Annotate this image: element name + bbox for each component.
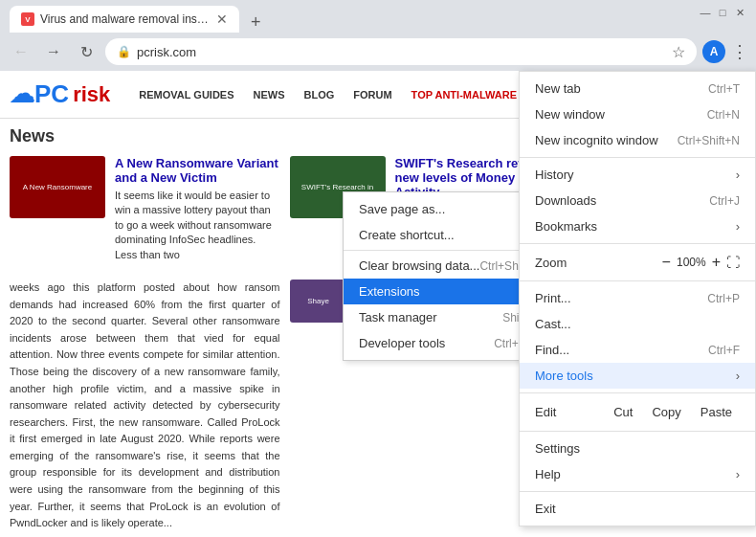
maximize-button[interactable]: □ (716, 6, 729, 19)
bookmark-icon[interactable]: ☆ (672, 43, 685, 61)
separator-5 (520, 431, 755, 432)
separator-2 (520, 243, 755, 244)
cast-item[interactable]: Cast... (520, 311, 755, 337)
paste-button[interactable]: Paste (693, 403, 740, 421)
more-tools-item[interactable]: More tools› (520, 363, 755, 389)
article-1-image: A New Ransomware (10, 156, 105, 218)
window-controls: — □ ✕ (699, 6, 746, 19)
nav-top-anti-malware[interactable]: TOP ANTI-MALWARE (402, 85, 526, 104)
chrome-context-menu: New tabCtrl+T New windowCtrl+N New incog… (519, 71, 756, 526)
bookmarks-item[interactable]: Bookmarks› (520, 213, 755, 239)
back-button[interactable]: ← (8, 38, 34, 65)
zoom-plus[interactable]: + (712, 254, 721, 271)
separator-3 (520, 280, 755, 281)
copy-button[interactable]: Copy (644, 403, 688, 421)
print-item[interactable]: Print...Ctrl+P (520, 285, 755, 311)
separator-1 (520, 157, 755, 158)
profile-icon[interactable]: A (702, 40, 725, 63)
zoom-item[interactable]: Zoom − 100% + ⛶ (520, 248, 755, 277)
url-text: pcrisk.com (137, 45, 666, 59)
reload-button[interactable]: ↻ (73, 38, 100, 65)
news-article-1: A New Ransomware A New Ransomware Varian… (10, 156, 280, 262)
active-tab[interactable]: V Virus and malware removal instr... ✕ (10, 6, 239, 33)
zoom-fullscreen[interactable]: ⛶ (726, 255, 740, 270)
close-button[interactable]: ✕ (733, 6, 746, 19)
tab-title: Virus and malware removal instr... (40, 12, 211, 26)
address-input[interactable]: 🔒 pcrisk.com ☆ (105, 38, 697, 65)
lock-icon: 🔒 (117, 45, 131, 58)
site-logo[interactable]: ☁PC risk (10, 79, 110, 109)
new-tab-button[interactable]: + (245, 12, 267, 33)
news-section-title: News (10, 126, 560, 146)
settings-item[interactable]: Settings (520, 436, 755, 461)
article-1-excerpt: It seems like it would be easier to win … (115, 189, 280, 262)
tab-favicon: V (21, 12, 34, 26)
edit-row-item: Edit Cut Copy Paste (520, 397, 755, 427)
nav-blog[interactable]: BLOG (295, 85, 345, 104)
chrome-context-menus: New tabCtrl+T New windowCtrl+N New incog… (519, 71, 756, 526)
new-window-item[interactable]: New windowCtrl+N (520, 101, 755, 127)
cut-button[interactable]: Cut (606, 403, 640, 421)
article-1-title[interactable]: A New Ransomware Variant and a New Victi… (115, 156, 280, 185)
separator-6 (520, 491, 755, 492)
article-1-content: A New Ransomware Variant and a New Victi… (115, 156, 280, 262)
long-article-text: weeks ago this platform posted about how… (10, 280, 280, 529)
minimize-button[interactable]: — (699, 6, 712, 19)
address-bar-row: ← → ↻ 🔒 pcrisk.com ☆ A ⋮ (0, 33, 756, 71)
separator-4 (520, 392, 755, 393)
tab-close-button[interactable]: ✕ (216, 11, 228, 27)
zoom-minus[interactable]: − (662, 254, 671, 271)
nav-removal-guides[interactable]: REMOVAL GUIDES (129, 85, 243, 104)
downloads-item[interactable]: DownloadsCtrl+J (520, 188, 755, 213)
help-item[interactable]: Help› (520, 461, 755, 487)
third-article-image: Shaye (290, 280, 347, 323)
new-tab-item[interactable]: New tabCtrl+T (520, 76, 755, 101)
new-incognito-item[interactable]: New incognito windowCtrl+Shift+N (520, 127, 755, 153)
forward-button[interactable]: → (40, 38, 67, 65)
nav-news[interactable]: NEWS (244, 85, 295, 104)
find-item[interactable]: Find...Ctrl+F (520, 337, 755, 363)
history-item[interactable]: History› (520, 162, 755, 188)
logo-pc: ☁PC (10, 79, 69, 109)
tab-bar: V Virus and malware removal instr... ✕ + (0, 0, 756, 33)
chrome-menu-icon[interactable]: ⋮ (731, 41, 748, 62)
exit-item[interactable]: Exit (520, 496, 755, 522)
logo-risk: risk (73, 82, 110, 107)
zoom-value: 100% (677, 256, 706, 269)
nav-forum[interactable]: FORUM (344, 85, 401, 104)
